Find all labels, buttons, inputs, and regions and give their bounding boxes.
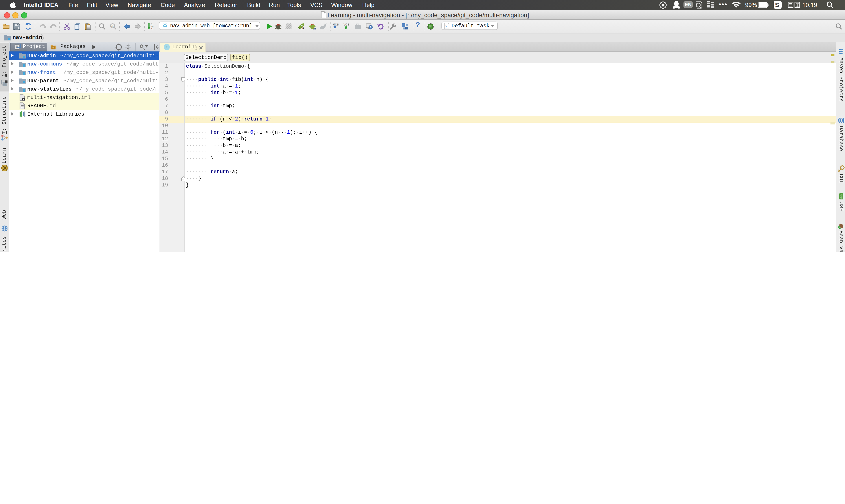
svg-text:m: m: [838, 49, 844, 54]
svg-text:JSF: JSF: [839, 194, 842, 199]
svg-text:VCS: VCS: [333, 23, 339, 26]
svg-text:JR: JR: [301, 27, 304, 30]
svg-text:01: 01: [151, 27, 153, 30]
svg-text:JR: JR: [313, 27, 316, 30]
svg-text:?: ?: [445, 24, 447, 29]
svg-text:A: A: [111, 24, 113, 28]
svg-text:VCS: VCS: [344, 23, 349, 26]
